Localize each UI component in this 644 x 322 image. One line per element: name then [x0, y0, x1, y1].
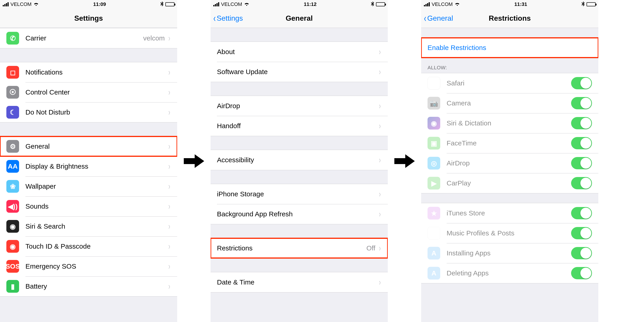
chevron-left-icon: ‹ — [424, 13, 426, 23]
row-label: Handoff — [217, 122, 378, 130]
display-icon: AA — [6, 160, 19, 173]
chevron-left-icon: ‹ — [213, 13, 216, 23]
row-label: Installing Apps — [446, 249, 571, 257]
allow-row-install: AInstalling Apps — [421, 243, 598, 263]
restrictions-list[interactable]: Enable RestrictionsALLOW:◎Safari📷Camera◉… — [421, 28, 598, 322]
status-bar: VELCOM 11:09 — [0, 0, 177, 9]
toggle-itunes[interactable] — [571, 207, 592, 219]
row-label: iPhone Storage — [217, 190, 378, 198]
row-label: Restrictions — [217, 244, 366, 252]
general-row-accessibility[interactable]: Accessibility› — [210, 150, 388, 170]
settings-row-notifications[interactable]: ◻Notifications› — [0, 62, 177, 82]
row-label: Display & Brightness — [26, 162, 167, 170]
allow-row-delete: ADeleting Apps — [421, 263, 598, 283]
back-button[interactable]: ‹ Settings — [213, 13, 243, 23]
nav-bar: ‹ General Restrictions — [421, 9, 598, 28]
safari-icon: ◎ — [428, 77, 440, 90]
row-value: Off — [366, 244, 375, 252]
clock-label: 11:12 — [304, 1, 316, 7]
chevron-right-icon: › — [379, 67, 381, 77]
arrow-right-icon — [184, 154, 204, 168]
carplay-icon: ▶ — [428, 177, 440, 190]
general-row-restrictions[interactable]: RestrictionsOff› — [210, 238, 388, 258]
chevron-right-icon: › — [379, 47, 381, 57]
general-list[interactable]: About›Software Update›AirDrop›Handoff›Ac… — [210, 28, 388, 322]
settings-row-siri[interactable]: ◉Siri & Search› — [0, 216, 177, 236]
control-center-icon: ⦿ — [6, 86, 19, 98]
settings-row-battery[interactable]: ▮Battery› — [0, 276, 177, 296]
row-label: FaceTime — [446, 139, 571, 147]
general-row-swupdate[interactable]: Software Update› — [210, 62, 388, 82]
page-title: Restrictions — [489, 14, 531, 22]
signal-bars-icon — [424, 2, 430, 6]
enable-restrictions-row[interactable]: Enable Restrictions — [421, 38, 598, 58]
settings-row-general[interactable]: ⚙General› — [0, 136, 177, 156]
battery-icon — [376, 2, 385, 6]
settings-row-wallpaper[interactable]: ❀Wallpaper› — [0, 176, 177, 196]
back-label: General — [427, 14, 453, 22]
chevron-right-icon: › — [168, 68, 170, 77]
nav-bar: ‹ Settings General — [210, 9, 388, 28]
general-row-handoff[interactable]: Handoff› — [210, 116, 388, 136]
toggle-carplay[interactable] — [571, 177, 592, 189]
allow-row-safari: ◎Safari — [421, 73, 598, 93]
clock-label: 11:31 — [514, 1, 527, 7]
arrow-right-icon — [394, 154, 415, 168]
allow-row-itunes: ★iTunes Store — [421, 203, 598, 223]
general-row-datetime[interactable]: Date & Time› — [210, 272, 388, 292]
settings-list[interactable]: ✆Carriervelcom›◻Notifications›⦿Control C… — [0, 28, 177, 322]
back-label: Settings — [217, 14, 243, 22]
row-label: Date & Time — [217, 278, 378, 286]
settings-row-carrier[interactable]: ✆Carriervelcom› — [0, 28, 177, 48]
general-row-bgrefresh[interactable]: Background App Refresh› — [210, 204, 388, 224]
general-row-about[interactable]: About› — [210, 42, 388, 62]
chevron-right-icon: › — [379, 278, 381, 287]
bluetooth-icon — [582, 1, 585, 8]
chevron-right-icon: › — [379, 155, 381, 165]
toggle-music[interactable] — [571, 227, 592, 239]
settings-row-sos[interactable]: SOSEmergency SOS› — [0, 256, 177, 276]
enable-restrictions-label: Enable Restrictions — [428, 44, 592, 52]
toggle-siridict[interactable] — [571, 117, 592, 129]
chevron-right-icon: › — [168, 108, 170, 117]
row-label: Notifications — [26, 68, 167, 76]
general-row-storage[interactable]: iPhone Storage› — [210, 184, 388, 204]
row-label: Background App Refresh — [217, 210, 378, 218]
carrier-label: VELCOM — [432, 1, 453, 7]
row-label: Touch ID & Passcode — [26, 242, 167, 250]
general-row-airdrop[interactable]: AirDrop› — [210, 96, 388, 116]
screen-settings: VELCOM 11:09 Settings ✆Carriervelcom›◻No… — [0, 0, 177, 322]
row-label: AirDrop — [446, 159, 571, 167]
toggle-delete[interactable] — [571, 267, 592, 279]
clock-label: 11:09 — [93, 1, 106, 7]
wifi-icon — [34, 1, 39, 7]
row-label: Music Profiles & Posts — [446, 229, 571, 237]
wifi-icon — [454, 1, 460, 7]
toggle-camera[interactable] — [571, 97, 592, 109]
toggle-facetime[interactable] — [571, 137, 592, 149]
install-icon: A — [428, 247, 440, 260]
row-label: Sounds — [26, 202, 167, 210]
music-icon: ♪ — [428, 227, 440, 240]
airdrop-icon: ◎ — [428, 157, 440, 170]
settings-row-dnd[interactable]: ☾Do Not Disturb› — [0, 102, 177, 122]
row-label: Battery — [26, 282, 167, 290]
step-arrow — [388, 0, 421, 322]
chevron-right-icon: › — [168, 88, 170, 97]
settings-row-touchid[interactable]: ◉Touch ID & Passcode› — [0, 236, 177, 256]
page-title: Settings — [74, 14, 103, 22]
chevron-right-icon: › — [168, 182, 170, 191]
chevron-right-icon: › — [379, 189, 381, 199]
row-label: Siri & Dictation — [446, 119, 571, 127]
settings-row-display[interactable]: AADisplay & Brightness› — [0, 156, 177, 176]
nav-bar: Settings — [0, 9, 177, 28]
toggle-install[interactable] — [571, 247, 592, 259]
settings-row-sounds[interactable]: ◀))Sounds› — [0, 196, 177, 216]
back-button[interactable]: ‹ General — [424, 13, 453, 23]
settings-row-control-center[interactable]: ⦿Control Center› — [0, 82, 177, 102]
siri-icon: ◉ — [6, 220, 19, 233]
row-label: Emergency SOS — [26, 262, 167, 270]
chevron-right-icon: › — [168, 262, 170, 271]
toggle-safari[interactable] — [571, 77, 592, 89]
toggle-airdrop[interactable] — [571, 157, 592, 169]
